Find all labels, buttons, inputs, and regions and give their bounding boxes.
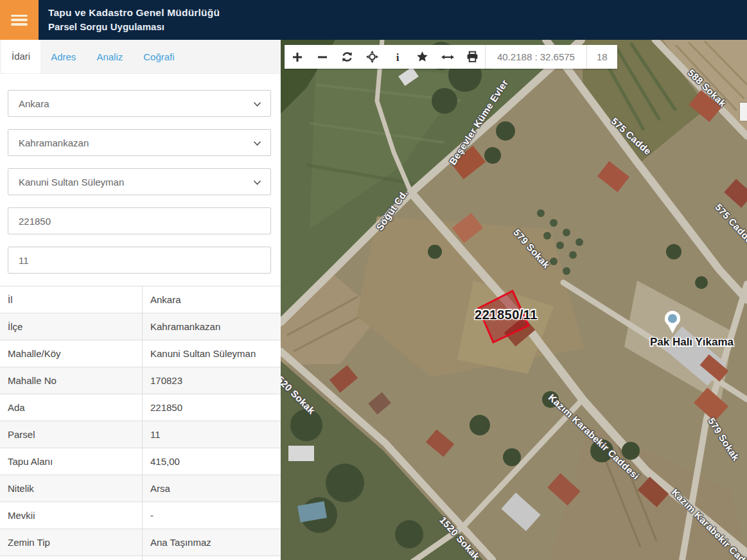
row-value: Kahramankazan xyxy=(143,313,281,340)
district-select[interactable]: Kahramankazan xyxy=(8,129,271,156)
table-row-partial xyxy=(0,556,281,560)
table-row: İlAnkara xyxy=(0,286,281,313)
svg-text:i: i xyxy=(396,51,399,63)
row-label: Mahalle No xyxy=(0,367,143,394)
row-label: İlçe xyxy=(0,313,143,340)
table-row: İlçeKahramankazan xyxy=(0,313,281,340)
app-header: Tapu ve Kadastro Genel Müdürlüğü Parsel … xyxy=(0,0,747,40)
province-select-value: Ankara xyxy=(19,98,49,109)
row-value: 221850 xyxy=(143,394,281,421)
table-row: Tapu Alanı415,00 xyxy=(0,448,281,475)
app-title-line2: Parsel Sorgu Uygulaması xyxy=(48,20,220,33)
tab-adres[interactable]: Adres xyxy=(40,40,86,73)
table-row: Mevkii- xyxy=(0,502,281,529)
menu-button[interactable] xyxy=(0,0,39,40)
star-icon xyxy=(416,51,428,63)
parcel-result-table: İlAnkara İlçeKahramankazan Mahalle/KöyKa… xyxy=(0,286,281,560)
query-sidebar: İdari Adres Analiz Coğrafi Ankara Kahram… xyxy=(0,40,281,560)
block-input[interactable] xyxy=(19,208,260,234)
row-label: Zemin Tip xyxy=(0,529,143,556)
app-title: Tapu ve Kadastro Genel Müdürlüğü Parsel … xyxy=(39,0,220,40)
favorite-button[interactable] xyxy=(410,45,435,69)
province-select[interactable]: Ankara xyxy=(8,90,271,117)
zoom-in-button[interactable] xyxy=(285,45,310,69)
chevron-down-icon xyxy=(253,180,261,186)
parcel-query-form: Ankara Kahramankazan Kanuni Sultan Süley… xyxy=(0,74,281,274)
locate-icon xyxy=(366,51,378,63)
neighborhood-select-value: Kanuni Sultan Süleyman xyxy=(19,177,124,188)
block-field-wrap xyxy=(8,207,271,234)
arrows-horizontal-icon xyxy=(441,51,454,63)
satellite-imagery xyxy=(281,40,747,560)
query-tabs: İdari Adres Analiz Coğrafi xyxy=(0,40,281,74)
row-label: Mahalle/Köy xyxy=(0,340,143,367)
row-value: - xyxy=(143,502,281,529)
minus-icon xyxy=(317,51,328,63)
parcel-query-app: Tapu ve Kadastro Genel Müdürlüğü Parsel … xyxy=(0,0,747,560)
measure-horizontal-button[interactable] xyxy=(435,45,460,69)
zoom-out-button[interactable] xyxy=(310,45,335,69)
table-row: Mahalle No170823 xyxy=(0,367,281,394)
table-row: Parsel11 xyxy=(0,421,281,448)
row-label: İl xyxy=(0,286,143,313)
tab-analiz[interactable]: Analiz xyxy=(86,40,133,73)
info-icon: i xyxy=(392,51,403,63)
printer-icon xyxy=(466,51,479,63)
row-value: 415,00 xyxy=(143,448,281,475)
info-button[interactable]: i xyxy=(385,45,410,69)
row-value: Kanuni Sultan Süleyman xyxy=(143,340,281,367)
app-title-line1: Tapu ve Kadastro Genel Müdürlüğü xyxy=(48,6,220,20)
chevron-down-icon xyxy=(253,101,261,107)
refresh-button[interactable] xyxy=(335,45,360,69)
row-label: Ada xyxy=(0,394,143,421)
locate-button[interactable] xyxy=(360,45,385,69)
coordinates-display: 40.2188 : 32.6575 xyxy=(485,45,586,69)
refresh-icon xyxy=(341,51,353,63)
district-select-value: Kahramankazan xyxy=(19,137,89,148)
row-value: 11 xyxy=(143,421,281,448)
row-value: Ana Taşınmaz xyxy=(143,529,281,556)
map-toolbar: i 40.2188 : 32.6575 18 xyxy=(285,45,617,69)
table-row: NitelikArsa xyxy=(0,475,281,502)
row-label: Parsel xyxy=(0,421,143,448)
zoom-level-display: 18 xyxy=(586,45,617,69)
tab-idari[interactable]: İdari xyxy=(1,40,40,73)
hamburger-icon xyxy=(11,15,28,26)
satellite-map[interactable]: Beşevler Küme Evler Söğüt Cd. 588 Sokak … xyxy=(281,40,747,560)
row-value: Arsa xyxy=(143,475,281,502)
table-row: Zemin TipAna Taşınmaz xyxy=(0,529,281,556)
row-label: Mevkii xyxy=(0,502,143,529)
parcel-field-wrap xyxy=(8,247,271,274)
plus-icon xyxy=(292,51,303,63)
neighborhood-select[interactable]: Kanuni Sultan Süleyman xyxy=(8,168,271,195)
map-control-fragment xyxy=(740,103,747,121)
parcel-input[interactable] xyxy=(19,247,260,273)
poi-pin-icon[interactable] xyxy=(663,310,682,334)
tab-cografi[interactable]: Coğrafi xyxy=(133,40,184,73)
row-label: Tapu Alanı xyxy=(0,448,143,475)
print-button[interactable] xyxy=(460,45,485,69)
table-row: Ada221850 xyxy=(0,394,281,421)
row-value: Ankara xyxy=(143,286,281,313)
row-label: Nitelik xyxy=(0,475,143,502)
chevron-down-icon xyxy=(253,141,261,146)
table-row: Mahalle/KöyKanuni Sultan Süleyman xyxy=(0,340,281,367)
row-value: 170823 xyxy=(143,367,281,394)
